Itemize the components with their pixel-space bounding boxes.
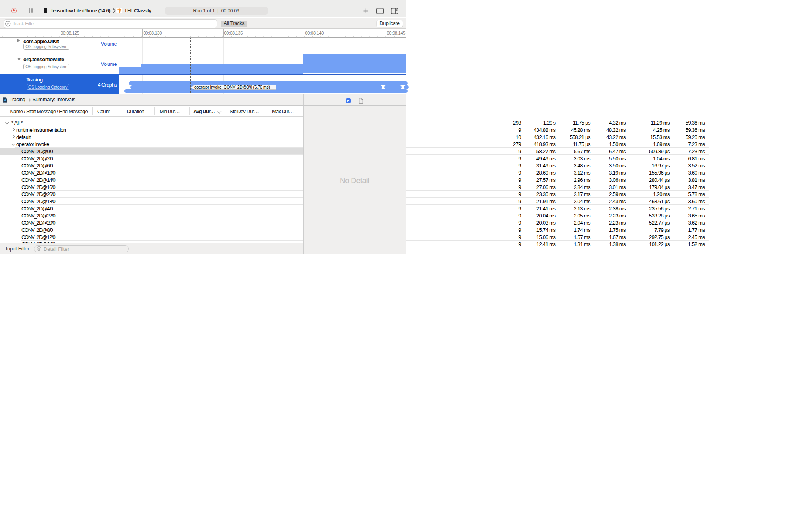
svg-text:operator invoke: CONV_2D@0/0 (: operator invoke: CONV_2D@0/0 (6.76 ms) xyxy=(194,85,270,89)
